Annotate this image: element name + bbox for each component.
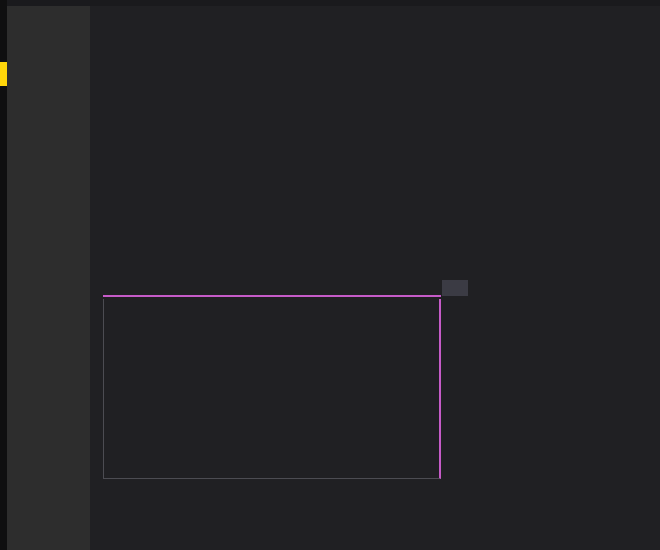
sidebar	[7, 6, 90, 550]
matrix-column-headers	[103, 280, 441, 297]
matrix-body	[103, 299, 441, 479]
pvp-toggle[interactable]	[442, 280, 468, 296]
app-window	[0, 0, 660, 550]
position-matrix	[103, 280, 468, 477]
active-item-indicator	[0, 62, 7, 86]
window-top-strip	[0, 0, 660, 6]
